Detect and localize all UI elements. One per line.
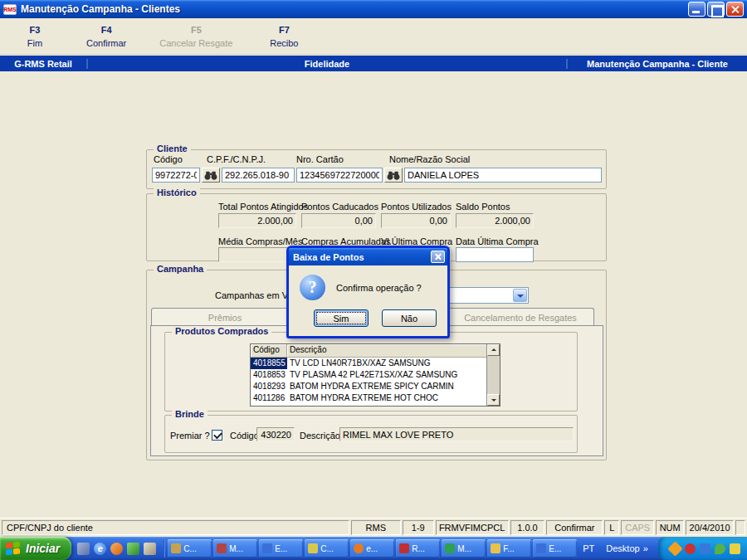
module-banner: G-RMS Retail Fidelidade Manutenção Campa… [0, 56, 747, 71]
folder-icon [491, 543, 500, 553]
tab-premios[interactable]: Prêmios [151, 308, 299, 326]
historico-group-title: Histórico [154, 187, 200, 197]
window-icon [536, 543, 546, 553]
nao-button[interactable]: Não [382, 309, 437, 327]
table-row[interactable]: 4018855 TV LCD LN40R71BX/XAZ SAMSUNG [251, 358, 500, 369]
dialog-message: Confirma operação ? [336, 283, 422, 293]
banner-product: G-RMS Retail [0, 59, 88, 69]
binoculars-icon [387, 171, 400, 180]
desktop-toolbar[interactable]: Desktop » [599, 543, 654, 553]
tray-icon-3[interactable] [700, 543, 710, 554]
media-compras-field: 0 [218, 247, 296, 262]
taskbar-window-button[interactable]: R... [396, 539, 440, 558]
status-system: RMS [351, 520, 401, 535]
codigo-label: Código [154, 154, 183, 164]
start-button[interactable]: Iniciar [0, 537, 71, 560]
sim-button[interactable]: Sim [314, 309, 369, 327]
cell-codigo[interactable]: 4018855 [251, 358, 287, 369]
window-icon [171, 543, 181, 553]
data-ultima-compra-label: Data Última Compra [456, 236, 539, 246]
status-caps: CAPS [621, 520, 654, 535]
codigo-field[interactable] [152, 168, 200, 183]
taskbar-window-button[interactable]: e... [350, 539, 394, 558]
table-row[interactable]: 4018293 BATOM HYDRA EXTREME SPICY CARMIN [251, 381, 500, 392]
toolbar-f4-confirmar[interactable]: F4 Confirmar [81, 22, 131, 51]
premiar-checkbox[interactable] [212, 430, 222, 441]
search-codigo-button[interactable] [202, 168, 220, 183]
cell-descricao[interactable]: TV PLASMA 42 PL42E71SX/XAZ SAMSUNG [287, 369, 487, 381]
quicklaunch-media-icon[interactable] [110, 543, 123, 555]
tray-icon-1[interactable] [667, 541, 682, 556]
chevron-right-icon[interactable]: » [643, 543, 648, 553]
cell-descricao[interactable]: BATOM HYDRA EXTREME SPICY CARMIN [287, 381, 487, 392]
chevron-down-icon[interactable] [513, 289, 527, 302]
scroll-up-icon[interactable] [487, 344, 500, 356]
show-desktop-icon[interactable] [144, 543, 156, 555]
total-pontos-label: Total Pontos Atingidos [218, 202, 308, 212]
column-descricao[interactable]: Descrição [287, 344, 487, 358]
saldo-pontos-field: 2.000,00 [456, 213, 534, 228]
taskbar-window-button[interactable]: C... [168, 539, 212, 558]
tab-premios-label: Prêmios [208, 313, 242, 323]
cpf-label: C.P.F./C.N.P.J. [207, 154, 266, 164]
tab-cancelamento-resgates[interactable]: Cancelamento de Resgates [447, 308, 594, 326]
taskbar-button-label: C... [320, 544, 334, 553]
dialog-body: ? Confirma operação ? Sim Não [289, 265, 447, 340]
table-row[interactable]: 4018853 TV PLASMA 42 PL42E71SX/XAZ SAMSU… [251, 369, 500, 381]
system-tray: 16:33 [658, 537, 747, 560]
cell-descricao[interactable]: BATOM HYDRA EXTREME HOT CHOC [287, 392, 487, 404]
banner-screen: Manutenção Campanha - Cliente [566, 59, 747, 69]
taskbar-button-label: R... [412, 544, 425, 553]
nome-field[interactable] [404, 168, 602, 183]
tray-icon-2[interactable] [685, 543, 696, 554]
brinde-descricao-field: RIMEL MAX LOVE PRETO [339, 427, 574, 441]
binoculars-icon [204, 171, 217, 180]
table-scrollbar[interactable] [486, 344, 500, 406]
brinde-group-title: Brinde [172, 409, 208, 419]
cell-descricao[interactable]: TV LCD LN40R71BX/XAZ SAMSUNG [287, 358, 487, 369]
close-icon[interactable] [726, 2, 744, 17]
taskbar-window-button[interactable]: M... [213, 539, 257, 558]
status-date: 20/4/2010 [686, 520, 734, 535]
tray-icon-5[interactable] [730, 543, 740, 554]
table-row[interactable]: 4011286 BATOM HYDRA EXTREME HOT CHOC [251, 392, 500, 404]
dialog-close-icon[interactable] [431, 251, 445, 263]
window-icon [217, 543, 227, 553]
f5-key: F5 [159, 25, 232, 35]
quicklaunch-app-icon[interactable] [77, 543, 90, 555]
taskbar-window-button[interactable]: C... [305, 539, 349, 558]
taskbar-window-button[interactable]: M... [442, 539, 486, 558]
toolbar-f3-fim[interactable]: F3 Fim [12, 22, 58, 51]
app-icon: RMS [3, 4, 17, 15]
data-ultima-compra-field[interactable] [456, 247, 534, 262]
column-codigo[interactable]: Código [251, 344, 287, 358]
search-cartao-button[interactable] [384, 168, 403, 183]
cell-codigo[interactable]: 4018293 [251, 381, 287, 392]
taskbar-button-label: C... [183, 544, 197, 553]
window-icon [262, 543, 272, 553]
taskbar-window-button[interactable]: F... [487, 539, 531, 558]
status-mode: Confirmar [546, 520, 603, 535]
campanha-group-title: Campanha [154, 264, 207, 274]
tray-icon-4[interactable] [715, 543, 725, 554]
maximize-icon[interactable] [707, 2, 725, 17]
status-bar: CPF/CNPJ do cliente RMS 1-9 FRMVFIMCPCL … [0, 518, 747, 537]
pontos-caducados-field: 0,00 [301, 213, 376, 228]
cell-codigo[interactable]: 4018853 [251, 369, 287, 381]
cartao-field[interactable] [296, 168, 383, 183]
f3-key: F3 [17, 25, 53, 35]
produtos-table[interactable]: Código Descrição 4018855 TV LCD LN40R71B… [250, 343, 500, 407]
taskbar-divider [164, 539, 165, 558]
scroll-down-icon[interactable] [487, 394, 500, 406]
minimize-icon[interactable] [688, 2, 706, 17]
taskbar-window-button[interactable]: E... [259, 539, 303, 558]
internet-explorer-icon[interactable]: e [94, 543, 106, 555]
cell-codigo[interactable]: 4011286 [251, 392, 287, 404]
pontos-utilizados-field: 0,00 [381, 213, 451, 228]
toolbar-f7-recibo[interactable]: F7 Recibo [261, 22, 307, 51]
quicklaunch-messenger-icon[interactable] [127, 543, 139, 555]
language-indicator[interactable]: PT [578, 543, 599, 553]
brinde-codigo-field: 430220 [256, 427, 295, 441]
cpf-field[interactable] [222, 168, 295, 183]
taskbar-window-button[interactable]: E... [533, 539, 577, 558]
